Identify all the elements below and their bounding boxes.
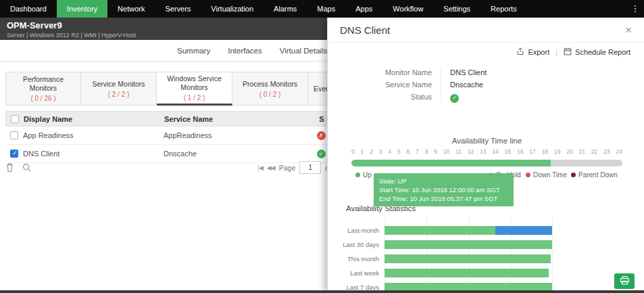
timeline-track[interactable]	[351, 160, 622, 166]
printer-icon	[620, 275, 630, 288]
nav-spacer	[527, 0, 626, 18]
up-dot-icon	[355, 173, 360, 177]
timeline-tick: 24	[616, 148, 622, 155]
table-header-row: Display Name Service Name S	[5, 111, 331, 127]
timeline-tick: 1	[361, 148, 364, 155]
services-table: Display Name Service Name S App Readines…	[5, 111, 331, 163]
legend-label: Up	[363, 171, 372, 179]
timeline-tick: 6	[406, 148, 410, 155]
status-label: Status	[341, 91, 432, 103]
row-checkbox[interactable]	[10, 150, 18, 158]
legend-label: Parent Down	[578, 171, 618, 179]
actions-separator: |	[555, 48, 558, 56]
table-row[interactable]: App Readiness AppReadiness ✗	[5, 127, 331, 145]
nav-item-dashboard[interactable]: Dashboard	[0, 0, 57, 18]
timeline-tick: 13	[480, 148, 486, 155]
select-all-checkbox[interactable]	[11, 115, 19, 123]
stat-bar[interactable]	[385, 226, 552, 235]
timeline-tick: 7	[416, 148, 419, 155]
col-header-display-name[interactable]: Display Name	[24, 115, 164, 123]
cell-service-name: AppReadiness	[164, 131, 311, 139]
chart-row: Last week	[328, 266, 552, 280]
stat-bar[interactable]	[385, 269, 552, 277]
mtab-service-monitors[interactable]: Service Monitors ( 2 / 2 )	[81, 72, 157, 106]
timeline-tick: 8	[425, 148, 428, 155]
col-header-service-name[interactable]: Service Name	[164, 115, 312, 123]
delete-icon[interactable]	[5, 162, 14, 173]
legend-item-parent-down: Parent Down	[571, 171, 618, 179]
search-icon[interactable]	[22, 163, 31, 172]
page-number-input[interactable]	[299, 161, 321, 174]
kebab-menu-icon[interactable]: ⋮	[626, 0, 644, 18]
nav-item-servers[interactable]: Servers	[155, 0, 201, 18]
timeline-tick: 12	[468, 148, 474, 155]
nav-item-settings[interactable]: Settings	[433, 0, 480, 18]
export-button[interactable]: Export	[516, 47, 549, 57]
nav-item-workflow[interactable]: Workflow	[382, 0, 433, 18]
timeline-tick: 3	[379, 148, 382, 155]
tab-interfaces[interactable]: Interfaces	[228, 47, 262, 55]
down-time-dot-icon	[526, 173, 530, 177]
timeline-tick: 20	[566, 148, 572, 155]
mtab-performance-monitors[interactable]: Performance Monitors ( 0 / 26 )	[5, 72, 81, 106]
cell-service-name: Dnscache	[164, 150, 311, 158]
tab-virtual-details[interactable]: Virtual Details	[280, 47, 328, 55]
nav-item-maps[interactable]: Maps	[307, 0, 345, 18]
category-label: Last month	[328, 227, 385, 234]
tooltip-start-time: Start Time: 10 Jun 2018 12:00:00 am SGT	[379, 185, 508, 194]
mtab-label: Performance Monitors	[9, 75, 78, 93]
cell-display-name: DNS Client	[23, 150, 164, 158]
mtab-process-monitors[interactable]: Process Monitors ( 0 / 2 )	[232, 72, 308, 106]
status-down-icon: ✗	[317, 131, 326, 140]
first-page-icon[interactable]: |◀	[258, 164, 263, 171]
mtab-count: ( 2 / 2 )	[108, 91, 130, 98]
nav-item-network[interactable]: Network	[107, 0, 155, 18]
category-label: Last 30 days	[328, 241, 385, 248]
stat-bar[interactable]	[385, 240, 552, 249]
mtab-windows-service-monitors[interactable]: Windows Service Monitors ( 1 / 2 )	[157, 72, 232, 106]
cell-display-name: App Readiness	[23, 131, 164, 139]
timeline-tick: 18	[542, 148, 548, 155]
timeline-tick: 23	[603, 148, 610, 155]
mtab-count: ( 0 / 2 )	[259, 91, 281, 98]
timeline-tick: 16	[517, 148, 523, 155]
nav-item-inventory[interactable]: Inventory	[57, 0, 107, 18]
timeline-tick: 19	[554, 148, 560, 155]
schedule-report-label: Schedule Report	[575, 48, 630, 56]
tooltip-end-time: End Time: 10 Jun 2018 05:37:47 pm SGT	[379, 194, 508, 203]
schedule-report-icon	[564, 47, 572, 57]
timeline-tick: 11	[455, 148, 462, 155]
mtab-label: Process Monitors	[243, 80, 297, 89]
nav-item-alarms[interactable]: Alarms	[264, 0, 307, 18]
timeline-tick: 10	[443, 148, 449, 155]
schedule-report-button[interactable]: Schedule Report	[564, 47, 630, 57]
service-name-label: Service Name	[341, 78, 432, 91]
panel-actions: Export | Schedule Report	[516, 47, 630, 57]
status-up-icon	[450, 94, 459, 103]
status-up-icon: ✓	[317, 150, 326, 158]
row-checkbox[interactable]	[10, 131, 18, 139]
prev-page-icon[interactable]: ◀◀	[267, 164, 275, 171]
timeline-up-segment[interactable]	[351, 160, 551, 166]
print-report-button[interactable]	[614, 273, 635, 289]
export-icon	[516, 47, 524, 57]
mtab-label: Windows Service Monitors	[159, 74, 229, 92]
nav-item-virtualization[interactable]: Virtualization	[201, 0, 264, 18]
nav-item-apps[interactable]: Apps	[345, 0, 382, 18]
nav-item-reports[interactable]: Reports	[480, 0, 527, 18]
timeline-ticks: 0123456789101112131415161718192021222324	[351, 148, 622, 155]
timeline-tick: 9	[434, 148, 437, 155]
tab-summary[interactable]: Summary	[177, 47, 210, 55]
stat-bar[interactable]	[385, 254, 552, 263]
timeline-tick: 15	[505, 148, 511, 155]
mtab-label: Service Monitors	[92, 80, 145, 89]
table-row[interactable]: DNS Client Dnscache ✓	[5, 145, 331, 163]
panel-title: DNS Client	[340, 24, 390, 36]
mtab-count: ( 0 / 26 )	[30, 95, 55, 102]
export-label: Export	[528, 48, 549, 56]
availability-timeline-title: Availability Time line	[351, 137, 622, 145]
monitor-name-value: DNS Client	[450, 66, 487, 78]
close-icon[interactable]: ×	[625, 24, 632, 36]
timeline-tick: 4	[388, 148, 391, 155]
timeline-tooltip: State: UP Start Time: 10 Jun 2018 12:00:…	[374, 173, 514, 206]
